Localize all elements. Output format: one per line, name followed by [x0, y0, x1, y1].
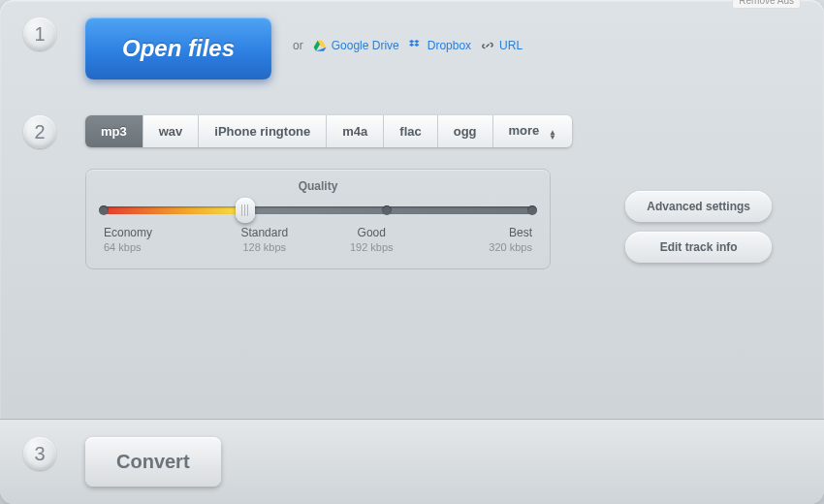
quality-rate: 64 kbps	[104, 241, 211, 253]
step-number-1: 1	[23, 17, 56, 50]
quality-stop-best[interactable]	[527, 205, 537, 215]
alt-sources-row: or Google Drive Dropbox URL	[293, 39, 523, 52]
quality-name: Economy	[104, 226, 211, 239]
format-tab-m4a[interactable]: m4a	[327, 115, 384, 147]
quality-rate: 320 kbps	[426, 241, 533, 253]
quality-box: Quality Economy 64 kbps Standard 128 kbp…	[85, 169, 551, 269]
format-tab-more[interactable]: more ▲▼	[493, 115, 572, 147]
dropbox-link[interactable]: Dropbox	[409, 39, 471, 52]
quality-labels: Economy 64 kbps Standard 128 kbps Good 1…	[104, 226, 532, 253]
quality-name: Standard	[211, 226, 319, 239]
step-number-2: 2	[23, 115, 56, 148]
quality-slider[interactable]	[104, 206, 532, 214]
or-label: or	[293, 39, 303, 52]
dropbox-label: Dropbox	[428, 39, 471, 52]
quality-label-good: Good 192 kbps	[318, 226, 426, 253]
side-buttons: Advanced settings Edit track info	[625, 191, 772, 263]
open-files-button[interactable]: Open files	[85, 17, 271, 79]
format-tab-ogg[interactable]: ogg	[438, 115, 493, 147]
link-icon	[481, 39, 494, 52]
quality-stop-good[interactable]	[382, 205, 392, 215]
google-drive-link[interactable]: Google Drive	[313, 39, 399, 52]
quality-title: Quality	[104, 179, 532, 193]
google-drive-label: Google Drive	[332, 39, 399, 52]
quality-label-best: Best 320 kbps	[426, 226, 533, 253]
quality-stop-economy[interactable]	[99, 205, 109, 215]
updown-icon: ▲▼	[549, 130, 556, 140]
more-label: more	[509, 123, 540, 138]
format-tab-flac[interactable]: flac	[384, 115, 437, 147]
section-format: 2 mp3 wav iPhone ringtone m4a flac ogg m…	[0, 98, 824, 389]
google-drive-icon	[313, 39, 327, 52]
format-tabs: mp3 wav iPhone ringtone m4a flac ogg mor…	[85, 115, 572, 147]
quality-name: Good	[318, 226, 426, 239]
format-tab-mp3[interactable]: mp3	[85, 115, 143, 147]
converter-panel: Remove Ads 1 Open files or Google Drive …	[0, 0, 824, 504]
advanced-settings-button[interactable]: Advanced settings	[625, 191, 772, 222]
edit-track-info-button[interactable]: Edit track info	[625, 232, 772, 263]
quality-rate: 128 kbps	[211, 241, 319, 253]
url-link[interactable]: URL	[481, 39, 523, 52]
quality-name: Best	[426, 226, 533, 239]
url-label: URL	[499, 39, 523, 52]
dropbox-icon	[409, 39, 423, 52]
quality-label-economy: Economy 64 kbps	[104, 226, 211, 253]
convert-button[interactable]: Convert	[85, 437, 221, 487]
step-number-3: 3	[23, 437, 56, 470]
quality-slider-thumb[interactable]	[236, 198, 255, 223]
section-convert: 3 Convert	[0, 419, 824, 504]
quality-label-standard: Standard 128 kbps	[211, 226, 319, 253]
quality-rate: 192 kbps	[318, 241, 426, 253]
format-tab-iphone-ringtone[interactable]: iPhone ringtone	[199, 115, 327, 147]
section-open-files: 1 Open files or Google Drive Dropbox UR	[0, 0, 824, 97]
format-tab-wav[interactable]: wav	[143, 115, 200, 147]
